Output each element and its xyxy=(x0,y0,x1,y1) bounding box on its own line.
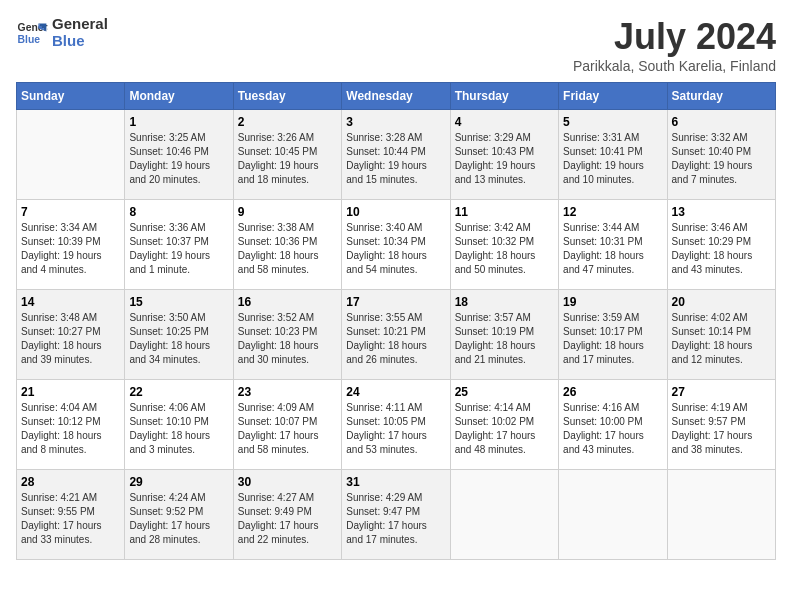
day-number: 24 xyxy=(346,385,445,399)
calendar-cell: 3Sunrise: 3:28 AM Sunset: 10:44 PM Dayli… xyxy=(342,110,450,200)
day-info: Sunrise: 3:31 AM Sunset: 10:41 PM Daylig… xyxy=(563,131,662,187)
calendar-week-row: 21Sunrise: 4:04 AM Sunset: 10:12 PM Dayl… xyxy=(17,380,776,470)
day-info: Sunrise: 3:59 AM Sunset: 10:17 PM Daylig… xyxy=(563,311,662,367)
title-block: July 2024 Parikkala, South Karelia, Finl… xyxy=(573,16,776,74)
calendar-cell: 8Sunrise: 3:36 AM Sunset: 10:37 PM Dayli… xyxy=(125,200,233,290)
day-number: 10 xyxy=(346,205,445,219)
calendar-cell xyxy=(17,110,125,200)
calendar-cell xyxy=(667,470,775,560)
calendar-cell: 26Sunrise: 4:16 AM Sunset: 10:00 PM Dayl… xyxy=(559,380,667,470)
logo-text: GeneralBlue xyxy=(52,16,108,49)
calendar-cell: 24Sunrise: 4:11 AM Sunset: 10:05 PM Dayl… xyxy=(342,380,450,470)
calendar-cell: 22Sunrise: 4:06 AM Sunset: 10:10 PM Dayl… xyxy=(125,380,233,470)
calendar-cell: 30Sunrise: 4:27 AM Sunset: 9:49 PM Dayli… xyxy=(233,470,341,560)
calendar-cell: 9Sunrise: 3:38 AM Sunset: 10:36 PM Dayli… xyxy=(233,200,341,290)
day-number: 20 xyxy=(672,295,771,309)
day-info: Sunrise: 4:14 AM Sunset: 10:02 PM Daylig… xyxy=(455,401,554,457)
calendar-cell: 5Sunrise: 3:31 AM Sunset: 10:41 PM Dayli… xyxy=(559,110,667,200)
day-info: Sunrise: 4:11 AM Sunset: 10:05 PM Daylig… xyxy=(346,401,445,457)
day-info: Sunrise: 3:29 AM Sunset: 10:43 PM Daylig… xyxy=(455,131,554,187)
day-number: 3 xyxy=(346,115,445,129)
weekday-header-friday: Friday xyxy=(559,83,667,110)
calendar-cell: 14Sunrise: 3:48 AM Sunset: 10:27 PM Dayl… xyxy=(17,290,125,380)
day-info: Sunrise: 3:38 AM Sunset: 10:36 PM Daylig… xyxy=(238,221,337,277)
page-header: General Blue GeneralBlue July 2024 Parik… xyxy=(16,16,776,74)
calendar-cell: 16Sunrise: 3:52 AM Sunset: 10:23 PM Dayl… xyxy=(233,290,341,380)
day-info: Sunrise: 3:28 AM Sunset: 10:44 PM Daylig… xyxy=(346,131,445,187)
calendar-cell: 29Sunrise: 4:24 AM Sunset: 9:52 PM Dayli… xyxy=(125,470,233,560)
day-number: 22 xyxy=(129,385,228,399)
calendar-cell: 11Sunrise: 3:42 AM Sunset: 10:32 PM Dayl… xyxy=(450,200,558,290)
day-info: Sunrise: 3:40 AM Sunset: 10:34 PM Daylig… xyxy=(346,221,445,277)
calendar-week-row: 7Sunrise: 3:34 AM Sunset: 10:39 PM Dayli… xyxy=(17,200,776,290)
day-number: 2 xyxy=(238,115,337,129)
day-info: Sunrise: 3:42 AM Sunset: 10:32 PM Daylig… xyxy=(455,221,554,277)
day-number: 13 xyxy=(672,205,771,219)
day-number: 1 xyxy=(129,115,228,129)
day-number: 14 xyxy=(21,295,120,309)
calendar-cell xyxy=(450,470,558,560)
day-info: Sunrise: 3:26 AM Sunset: 10:45 PM Daylig… xyxy=(238,131,337,187)
calendar-cell: 15Sunrise: 3:50 AM Sunset: 10:25 PM Dayl… xyxy=(125,290,233,380)
day-number: 15 xyxy=(129,295,228,309)
location: Parikkala, South Karelia, Finland xyxy=(573,58,776,74)
calendar-cell: 20Sunrise: 4:02 AM Sunset: 10:14 PM Dayl… xyxy=(667,290,775,380)
day-info: Sunrise: 4:04 AM Sunset: 10:12 PM Daylig… xyxy=(21,401,120,457)
weekday-header-thursday: Thursday xyxy=(450,83,558,110)
day-number: 26 xyxy=(563,385,662,399)
day-info: Sunrise: 3:32 AM Sunset: 10:40 PM Daylig… xyxy=(672,131,771,187)
logo: General Blue GeneralBlue xyxy=(16,16,108,49)
day-info: Sunrise: 4:21 AM Sunset: 9:55 PM Dayligh… xyxy=(21,491,120,547)
day-info: Sunrise: 3:48 AM Sunset: 10:27 PM Daylig… xyxy=(21,311,120,367)
day-number: 27 xyxy=(672,385,771,399)
day-info: Sunrise: 3:44 AM Sunset: 10:31 PM Daylig… xyxy=(563,221,662,277)
day-number: 23 xyxy=(238,385,337,399)
day-number: 17 xyxy=(346,295,445,309)
calendar-cell: 28Sunrise: 4:21 AM Sunset: 9:55 PM Dayli… xyxy=(17,470,125,560)
day-info: Sunrise: 3:36 AM Sunset: 10:37 PM Daylig… xyxy=(129,221,228,277)
weekday-header-tuesday: Tuesday xyxy=(233,83,341,110)
calendar-week-row: 28Sunrise: 4:21 AM Sunset: 9:55 PM Dayli… xyxy=(17,470,776,560)
weekday-header-monday: Monday xyxy=(125,83,233,110)
day-info: Sunrise: 3:25 AM Sunset: 10:46 PM Daylig… xyxy=(129,131,228,187)
calendar-cell: 12Sunrise: 3:44 AM Sunset: 10:31 PM Dayl… xyxy=(559,200,667,290)
day-info: Sunrise: 4:06 AM Sunset: 10:10 PM Daylig… xyxy=(129,401,228,457)
day-number: 28 xyxy=(21,475,120,489)
logo-icon: General Blue xyxy=(16,17,48,49)
day-number: 4 xyxy=(455,115,554,129)
day-number: 30 xyxy=(238,475,337,489)
day-info: Sunrise: 3:34 AM Sunset: 10:39 PM Daylig… xyxy=(21,221,120,277)
calendar-cell: 31Sunrise: 4:29 AM Sunset: 9:47 PM Dayli… xyxy=(342,470,450,560)
day-info: Sunrise: 3:50 AM Sunset: 10:25 PM Daylig… xyxy=(129,311,228,367)
day-info: Sunrise: 3:57 AM Sunset: 10:19 PM Daylig… xyxy=(455,311,554,367)
calendar-cell: 19Sunrise: 3:59 AM Sunset: 10:17 PM Dayl… xyxy=(559,290,667,380)
calendar-cell: 13Sunrise: 3:46 AM Sunset: 10:29 PM Dayl… xyxy=(667,200,775,290)
calendar-cell: 27Sunrise: 4:19 AM Sunset: 9:57 PM Dayli… xyxy=(667,380,775,470)
day-number: 9 xyxy=(238,205,337,219)
calendar-cell: 6Sunrise: 3:32 AM Sunset: 10:40 PM Dayli… xyxy=(667,110,775,200)
day-number: 19 xyxy=(563,295,662,309)
calendar-week-row: 14Sunrise: 3:48 AM Sunset: 10:27 PM Dayl… xyxy=(17,290,776,380)
day-number: 11 xyxy=(455,205,554,219)
day-number: 21 xyxy=(21,385,120,399)
calendar-cell: 21Sunrise: 4:04 AM Sunset: 10:12 PM Dayl… xyxy=(17,380,125,470)
weekday-header-saturday: Saturday xyxy=(667,83,775,110)
day-info: Sunrise: 4:16 AM Sunset: 10:00 PM Daylig… xyxy=(563,401,662,457)
day-number: 12 xyxy=(563,205,662,219)
calendar-cell: 7Sunrise: 3:34 AM Sunset: 10:39 PM Dayli… xyxy=(17,200,125,290)
day-info: Sunrise: 4:19 AM Sunset: 9:57 PM Dayligh… xyxy=(672,401,771,457)
calendar-cell: 18Sunrise: 3:57 AM Sunset: 10:19 PM Dayl… xyxy=(450,290,558,380)
calendar-table: SundayMondayTuesdayWednesdayThursdayFrid… xyxy=(16,82,776,560)
calendar-cell: 4Sunrise: 3:29 AM Sunset: 10:43 PM Dayli… xyxy=(450,110,558,200)
day-number: 18 xyxy=(455,295,554,309)
day-number: 7 xyxy=(21,205,120,219)
day-info: Sunrise: 4:24 AM Sunset: 9:52 PM Dayligh… xyxy=(129,491,228,547)
day-number: 5 xyxy=(563,115,662,129)
calendar-week-row: 1Sunrise: 3:25 AM Sunset: 10:46 PM Dayli… xyxy=(17,110,776,200)
day-number: 16 xyxy=(238,295,337,309)
day-number: 8 xyxy=(129,205,228,219)
weekday-header-wednesday: Wednesday xyxy=(342,83,450,110)
weekday-header-row: SundayMondayTuesdayWednesdayThursdayFrid… xyxy=(17,83,776,110)
day-number: 29 xyxy=(129,475,228,489)
calendar-cell: 23Sunrise: 4:09 AM Sunset: 10:07 PM Dayl… xyxy=(233,380,341,470)
